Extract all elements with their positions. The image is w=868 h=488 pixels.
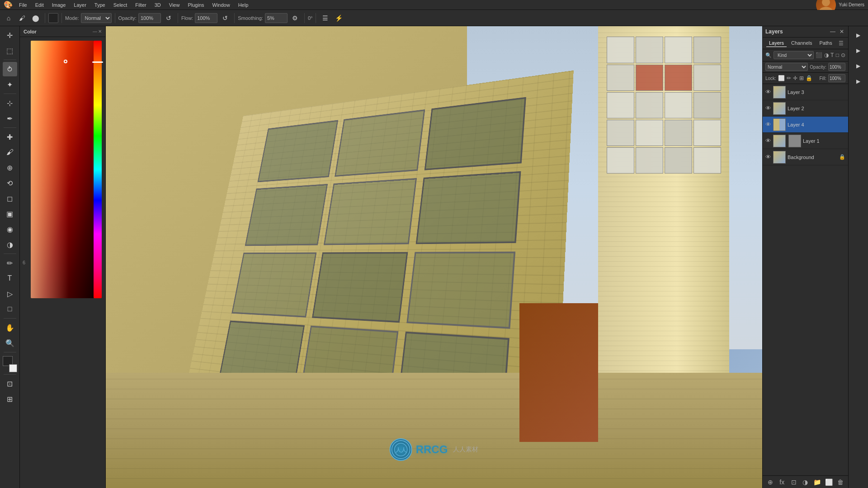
visibility-icon-bg[interactable]: 👁 [765, 154, 771, 160]
visibility-icon-2[interactable]: 👁 [765, 105, 771, 112]
menu-select[interactable]: Select [110, 1, 131, 9]
text-tool[interactable]: T [3, 271, 17, 286]
opacity-input[interactable] [138, 13, 161, 23]
layer-mask-btn[interactable]: ⊡ [789, 477, 799, 487]
lock-pixels[interactable]: ✏ [787, 75, 791, 81]
background-swatch[interactable] [9, 364, 17, 372]
filter-smart-btn[interactable]: ⊙ [841, 52, 845, 59]
mode-label: Mode: [65, 15, 79, 21]
menu-type[interactable]: Type [91, 1, 109, 9]
layer-fx-btn[interactable]: fx [777, 477, 787, 487]
tab-channels[interactable]: Channels [788, 39, 815, 47]
link-layers-btn[interactable]: ⊕ [765, 477, 775, 487]
color-panel-min[interactable]: — [93, 29, 97, 34]
magic-wand[interactable]: ✦ [3, 77, 17, 92]
menu-layer[interactable]: Layer [70, 1, 90, 9]
menu-window[interactable]: Window [209, 1, 234, 9]
eraser-tool[interactable]: ◻ [3, 191, 17, 206]
menu-image[interactable]: Image [48, 1, 70, 9]
tab-paths[interactable]: Paths [817, 39, 835, 47]
menu-help[interactable]: Help [235, 1, 252, 9]
heal-tool[interactable]: ✚ [3, 130, 17, 144]
menu-plugins[interactable]: Plugins [184, 1, 208, 9]
brush-btn[interactable]: 🖌 [16, 12, 28, 24]
hue-bar[interactable] [94, 41, 102, 298]
layers-minimize[interactable]: — [829, 28, 836, 35]
layer-adj-btn[interactable]: ◑ [800, 477, 810, 487]
layer-kind-select[interactable]: Kind Name Effect Mode Attribute Color Sm… [774, 51, 814, 59]
new-group-btn[interactable]: 📁 [812, 477, 822, 487]
hand-tool[interactable]: ✋ [3, 320, 17, 335]
brush-tool[interactable]: 🖌 [3, 145, 17, 160]
crop-tool[interactable]: ⊹ [3, 96, 17, 110]
tab-layers[interactable]: Layers [766, 39, 787, 47]
visibility-icon-3[interactable]: 👁 [765, 89, 771, 95]
filter-pixel-btn[interactable]: ⬛ [816, 52, 822, 59]
menu-edit[interactable]: Edit [32, 1, 47, 9]
visibility-icon-1[interactable]: 👁 [765, 137, 771, 144]
menu-filter[interactable]: Filter [132, 1, 150, 9]
lock-transparent[interactable]: ⬜ [778, 75, 785, 81]
shape-tool[interactable]: □ [3, 302, 17, 316]
dodge-tool[interactable]: ◑ [3, 237, 17, 252]
smoothing-options[interactable]: ⚙ [289, 12, 301, 24]
layer-item-3[interactable]: 👁 Layer 3 [763, 84, 848, 100]
small-window [636, 37, 663, 63]
history-tool[interactable]: ⟲ [3, 176, 17, 190]
pen-tool[interactable]: ✏ [3, 256, 17, 270]
menu-file[interactable]: File [15, 1, 31, 9]
delete-layer-btn[interactable]: 🗑 [835, 477, 845, 487]
color-panel-close[interactable]: ✕ [98, 29, 102, 34]
layers-close[interactable]: ✕ [838, 28, 845, 35]
blur-tool[interactable]: ◉ [3, 222, 17, 236]
smoothing-input[interactable] [265, 13, 288, 23]
right-panel-expand[interactable]: ▶ [851, 28, 866, 42]
brush-preset-btn[interactable] [48, 13, 58, 23]
filter-type-btn[interactable]: T [830, 52, 834, 59]
right-panel-btn-3[interactable]: ▶ [851, 74, 866, 89]
selection-tool[interactable]: ⬚ [3, 43, 17, 58]
brush-size-btn[interactable]: ⬤ [30, 12, 42, 24]
zoom-tool[interactable]: 🔍 [3, 336, 17, 350]
move-tool[interactable]: ✛ [3, 28, 17, 42]
layer-mode-select[interactable]: Normal Multiply Screen Overlay Soft Ligh… [765, 63, 808, 71]
stamp-tool[interactable]: ⊕ [3, 160, 17, 175]
visibility-icon-4[interactable]: 👁 [765, 121, 771, 128]
small-window [693, 65, 721, 91]
right-panel-btn-1[interactable]: ▶ [851, 43, 866, 58]
lock-position[interactable]: ✛ [793, 75, 797, 81]
layer-item-bg[interactable]: 👁 Background 🔒 [763, 149, 848, 165]
filter-shape-btn[interactable]: □ [836, 52, 840, 59]
filter-adj-btn[interactable]: ◑ [824, 52, 829, 59]
new-layer-btn[interactable]: ⬜ [824, 477, 834, 487]
tool-separator-5 [4, 318, 16, 319]
opacity-field[interactable] [828, 63, 845, 71]
layout-btn[interactable]: ⊞ [3, 392, 17, 406]
menu-3d[interactable]: 3D [151, 1, 165, 9]
layers-options[interactable]: ☰ [837, 40, 844, 47]
flow-input[interactable] [195, 13, 217, 23]
layer-item-2[interactable]: 👁 Layer 2 [763, 100, 848, 117]
path-selection[interactable]: ▷ [3, 286, 17, 301]
mode-select[interactable]: Normal Multiply Screen Overlay [81, 13, 112, 23]
eyedropper-tool[interactable]: ✒ [3, 111, 17, 126]
extra-btn[interactable]: ⚡ [333, 12, 344, 24]
layer-item-4[interactable]: 👁 Layer 4 [763, 117, 848, 133]
fill-field[interactable] [828, 74, 845, 82]
flow-toggle[interactable]: ↺ [219, 12, 231, 24]
layer-thumb-inner-1 [774, 135, 785, 147]
pressure-btn[interactable]: ☰ [319, 12, 331, 24]
lock-artboard[interactable]: ⊞ [799, 75, 804, 81]
right-panel-btn-2[interactable]: ▶ [851, 59, 866, 73]
home-btn[interactable]: ⌂ [3, 12, 14, 24]
menu-view[interactable]: View [165, 1, 184, 9]
layer-item-1[interactable]: 👁 Layer 1 [763, 133, 848, 149]
lock-all[interactable]: 🔒 [806, 75, 812, 81]
color-gradient[interactable] [31, 41, 94, 298]
gradient-tool[interactable]: ▣ [3, 206, 17, 221]
layers-panel-title: Layers [765, 28, 783, 35]
mask-mode[interactable]: ⊡ [3, 376, 17, 391]
lasso-tool[interactable]: ⥁ [3, 62, 17, 76]
canvas-area[interactable]: 人人 RRCG 人人素材 [106, 26, 762, 488]
opacity-toggle[interactable]: ↺ [163, 12, 175, 24]
